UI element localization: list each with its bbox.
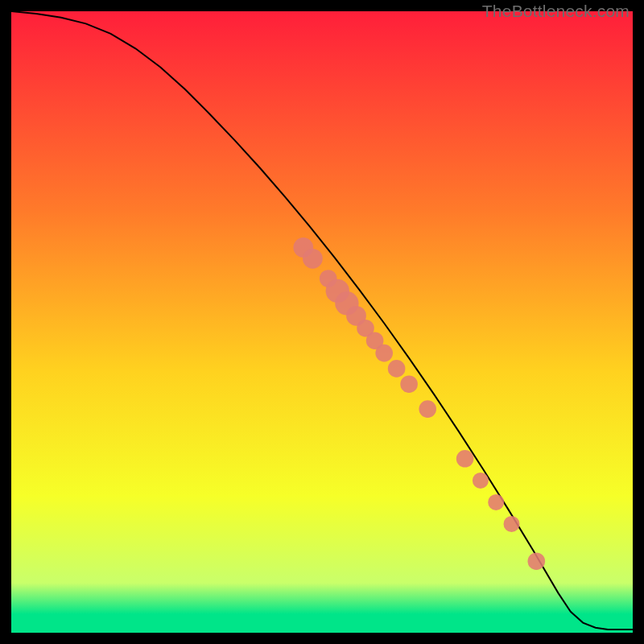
watermark-text: TheBottleneck.com bbox=[482, 2, 630, 21]
data-point bbox=[528, 552, 546, 570]
bottleneck-chart bbox=[11, 11, 633, 633]
data-point bbox=[400, 375, 418, 393]
data-point bbox=[388, 360, 406, 378]
data-point bbox=[504, 516, 520, 532]
chart-frame bbox=[11, 11, 633, 633]
gradient-background bbox=[11, 11, 633, 633]
data-point bbox=[303, 249, 323, 269]
data-point bbox=[488, 494, 504, 510]
data-point bbox=[419, 400, 436, 418]
data-point bbox=[375, 345, 393, 362]
data-point bbox=[456, 450, 474, 468]
data-point bbox=[473, 473, 489, 489]
